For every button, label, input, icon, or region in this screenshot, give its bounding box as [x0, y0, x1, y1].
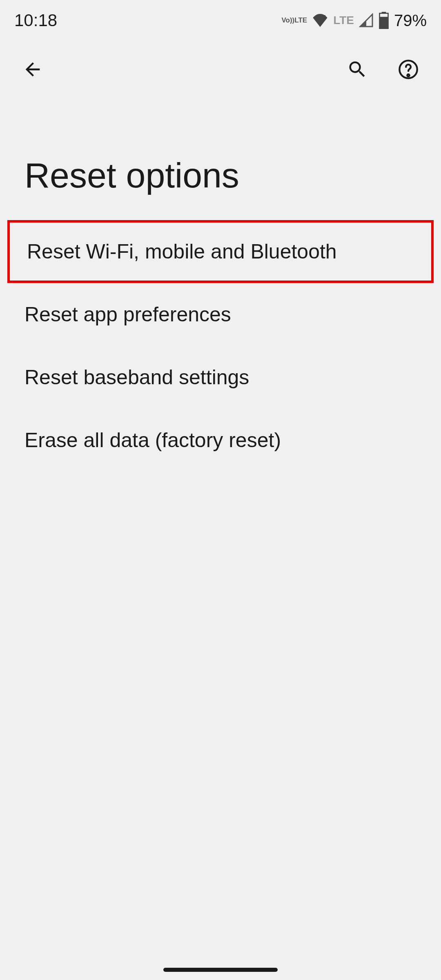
app-bar	[0, 41, 441, 98]
option-label: Reset app preferences	[24, 303, 231, 326]
status-bar: 10:18 Vo)) LTE 6 LTE 79%	[0, 0, 441, 41]
help-icon	[398, 59, 419, 80]
status-indicators: Vo)) LTE 6 LTE 79%	[281, 11, 427, 30]
app-bar-actions	[345, 57, 421, 82]
status-time: 10:18	[14, 11, 57, 30]
battery-icon	[379, 12, 389, 29]
option-label: Reset Wi-Fi, mobile and Bluetooth	[27, 240, 337, 263]
battery-percent: 79%	[394, 11, 427, 30]
option-erase-all-data[interactable]: Erase all data (factory reset)	[0, 409, 441, 472]
page-title: Reset options	[0, 98, 441, 220]
lte-icon: LTE	[333, 14, 354, 27]
signal-icon	[359, 13, 374, 28]
search-button[interactable]	[345, 57, 370, 82]
option-label: Erase all data (factory reset)	[24, 429, 281, 452]
options-list: Reset Wi-Fi, mobile and Bluetooth Reset …	[0, 220, 441, 472]
arrow-left-icon	[22, 59, 43, 80]
wifi-icon: 6	[312, 14, 328, 27]
svg-rect-3	[379, 17, 388, 29]
back-button[interactable]	[20, 57, 45, 82]
navigation-handle[interactable]	[163, 968, 278, 972]
svg-text:6: 6	[323, 14, 326, 20]
option-reset-wifi-mobile-bluetooth[interactable]: Reset Wi-Fi, mobile and Bluetooth	[7, 220, 434, 283]
search-icon	[347, 59, 368, 80]
option-reset-baseband-settings[interactable]: Reset baseband settings	[0, 346, 441, 409]
volte-icon: Vo)) LTE	[281, 17, 307, 23]
help-button[interactable]	[396, 57, 421, 82]
option-reset-app-preferences[interactable]: Reset app preferences	[0, 283, 441, 346]
option-label: Reset baseband settings	[24, 366, 249, 389]
